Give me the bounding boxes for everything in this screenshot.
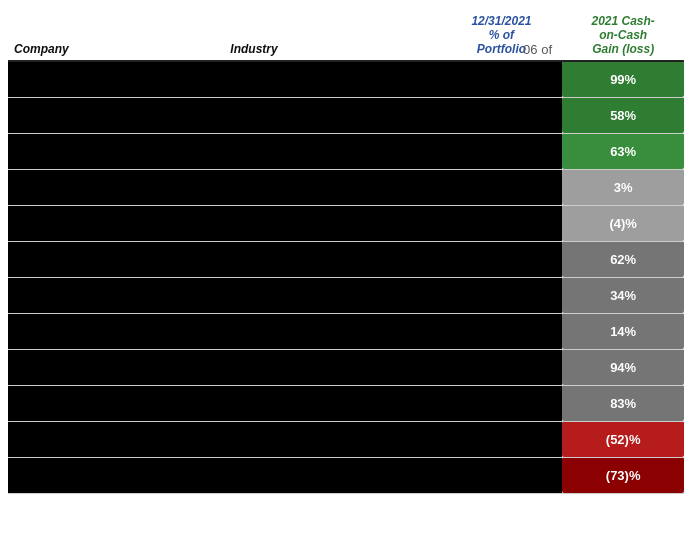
gain-cell: 3% bbox=[562, 169, 684, 205]
industry-cell bbox=[224, 421, 440, 457]
portfolio-cell bbox=[441, 349, 563, 385]
portfolio-cell bbox=[441, 61, 563, 97]
gain-cell: (73)% bbox=[562, 457, 684, 493]
table-row: (4)% bbox=[8, 205, 684, 241]
company-cell bbox=[8, 133, 224, 169]
portfolio-cell bbox=[441, 241, 563, 277]
industry-cell bbox=[224, 241, 440, 277]
table-row: 14% bbox=[8, 313, 684, 349]
company-cell bbox=[8, 457, 224, 493]
table-row: 63% bbox=[8, 133, 684, 169]
table-row: 58% bbox=[8, 97, 684, 133]
company-cell bbox=[8, 241, 224, 277]
page-label: 06 of bbox=[523, 42, 552, 57]
col-company-header: Company bbox=[8, 10, 224, 61]
portfolio-cell bbox=[441, 133, 563, 169]
table-row: (52)% bbox=[8, 421, 684, 457]
industry-cell bbox=[224, 313, 440, 349]
table-header-row: Company Industry 12/31/2021 % of Portfol… bbox=[8, 10, 684, 61]
gain-cell: (4)% bbox=[562, 205, 684, 241]
portfolio-cell bbox=[441, 205, 563, 241]
company-cell bbox=[8, 421, 224, 457]
company-cell bbox=[8, 349, 224, 385]
table-row: 3% bbox=[8, 169, 684, 205]
table-row: 94% bbox=[8, 349, 684, 385]
industry-cell bbox=[224, 61, 440, 97]
portfolio-cell bbox=[441, 457, 563, 493]
gain-cell: 62% bbox=[562, 241, 684, 277]
industry-cell bbox=[224, 205, 440, 241]
portfolio-cell bbox=[441, 97, 563, 133]
company-cell bbox=[8, 169, 224, 205]
table-row: 34% bbox=[8, 277, 684, 313]
industry-cell bbox=[224, 133, 440, 169]
company-cell bbox=[8, 61, 224, 97]
gain-cell: 14% bbox=[562, 313, 684, 349]
portfolio-table: Company Industry 12/31/2021 % of Portfol… bbox=[8, 10, 684, 494]
page-container: 06 of Company Industry 12/31/2021 % of P… bbox=[0, 0, 692, 533]
portfolio-cell bbox=[441, 277, 563, 313]
company-cell bbox=[8, 313, 224, 349]
industry-cell bbox=[224, 97, 440, 133]
col-gain-header: 2021 Cash- on-Cash Gain (loss) bbox=[562, 10, 684, 61]
gain-cell: 83% bbox=[562, 385, 684, 421]
gain-cell: 58% bbox=[562, 97, 684, 133]
industry-cell bbox=[224, 349, 440, 385]
gain-cell: 94% bbox=[562, 349, 684, 385]
industry-cell bbox=[224, 169, 440, 205]
company-cell bbox=[8, 97, 224, 133]
portfolio-cell bbox=[441, 169, 563, 205]
table-row: (73)% bbox=[8, 457, 684, 493]
gain-cell: 99% bbox=[562, 61, 684, 97]
table-row: 99% bbox=[8, 61, 684, 97]
portfolio-cell bbox=[441, 313, 563, 349]
gain-cell: 63% bbox=[562, 133, 684, 169]
gain-cell: (52)% bbox=[562, 421, 684, 457]
company-cell bbox=[8, 277, 224, 313]
industry-cell bbox=[224, 385, 440, 421]
gain-cell: 34% bbox=[562, 277, 684, 313]
portfolio-cell bbox=[441, 421, 563, 457]
portfolio-cell bbox=[441, 385, 563, 421]
company-cell bbox=[8, 385, 224, 421]
table-row: 62% bbox=[8, 241, 684, 277]
company-cell bbox=[8, 205, 224, 241]
industry-cell bbox=[224, 277, 440, 313]
industry-cell bbox=[224, 457, 440, 493]
col-industry-header: Industry bbox=[224, 10, 440, 61]
table-row: 83% bbox=[8, 385, 684, 421]
